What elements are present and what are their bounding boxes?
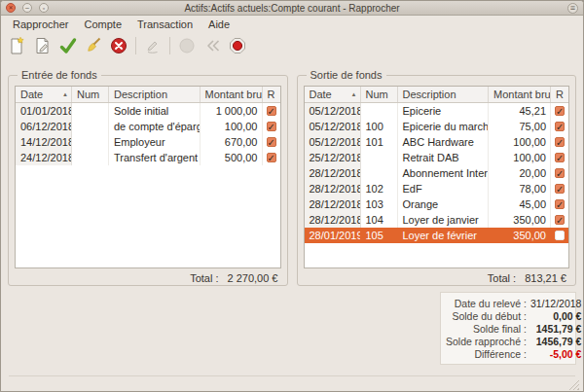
table-row[interactable]: 28/12/2018Abonnement Internet20,00: [305, 165, 569, 181]
column-header-date[interactable]: Date: [305, 87, 361, 102]
reconcile-window: Actifs:Actifs actuels:Compte courant - R…: [0, 0, 584, 392]
date-cell: 05/12/2018: [305, 103, 361, 119]
amount-cell: 78,00: [489, 181, 551, 196]
table-row[interactable]: 01/01/2018Solde initial1 000,00: [16, 103, 280, 119]
titlebar: Actifs:Actifs actuels:Compte courant - R…: [1, 1, 583, 16]
back-arrows-icon: [202, 36, 222, 55]
column-header-montant-brut[interactable]: Montant brut: [201, 87, 263, 102]
reconciled-checkbox[interactable]: [555, 231, 565, 240]
reconcile-selection-button[interactable]: [55, 34, 81, 57]
table-row[interactable]: 05/12/2018Epicerie45,21: [305, 103, 569, 119]
table-row[interactable]: 14/12/2018Employeur670,00: [16, 134, 280, 150]
funds-in-panel: Entrée de fonds DateNumDescriptionMontan…: [8, 75, 288, 286]
reconciled-checkbox[interactable]: [555, 106, 565, 116]
funds-in-title: Entrée de fonds: [18, 69, 101, 81]
bottom-separator: [9, 375, 575, 376]
menu-compte[interactable]: Compte: [76, 18, 129, 31]
num-cell: [361, 150, 398, 165]
date-cell: 28/12/2018: [305, 212, 361, 228]
num-cell: 103: [361, 196, 398, 212]
amount-cell: 75,00: [489, 119, 551, 134]
toolbar-separator: [135, 37, 136, 54]
amount-cell: 350,00: [489, 212, 551, 228]
num-cell: 105: [361, 228, 398, 243]
reconciled-checkbox[interactable]: [555, 122, 565, 131]
num-cell: [72, 119, 109, 134]
column-header-r[interactable]: R: [263, 87, 280, 102]
sort-ascending-icon: [351, 87, 357, 102]
date-cell: 05/12/2018: [305, 119, 361, 134]
date-cell: 28/12/2018: [305, 165, 361, 181]
amount-cell: 100,00: [489, 150, 551, 165]
difference-value: -5,00 €: [527, 348, 582, 360]
reconciled-checkbox[interactable]: [267, 122, 276, 131]
column-header-date[interactable]: Date: [16, 87, 72, 102]
reconciled-checkbox[interactable]: [267, 106, 276, 116]
edit-transaction-button[interactable]: [30, 34, 55, 57]
table-row[interactable]: 24/12/2018Transfert d'argent500,00: [16, 150, 280, 165]
reconciled-checkbox[interactable]: [555, 137, 565, 147]
amount-cell: 20,00: [489, 165, 551, 181]
delete-transaction-button[interactable]: [106, 34, 131, 57]
table-row[interactable]: 28/12/2018103Orange45,00: [305, 196, 569, 212]
column-header-description[interactable]: Description: [398, 87, 490, 102]
window-menu-icon[interactable]: [567, 3, 578, 14]
delete-icon: [109, 36, 128, 55]
balance-button[interactable]: [81, 34, 106, 57]
num-cell: 104: [361, 212, 398, 228]
description-cell: EdF: [398, 181, 490, 196]
table-row[interactable]: 28/12/2018102EdF78,00: [305, 181, 569, 196]
reconciled-checkbox[interactable]: [555, 215, 565, 225]
table-row[interactable]: 28/12/2018104Loyer de janvier350,00: [305, 212, 569, 228]
column-header-description[interactable]: Description: [109, 87, 201, 102]
reconciled-checkbox[interactable]: [555, 184, 565, 194]
reconcile-cell: [551, 181, 568, 196]
description-cell: Employeur: [109, 134, 201, 150]
reconciled-checkbox[interactable]: [267, 137, 276, 147]
reconcile-cell: [263, 103, 280, 119]
menu-transaction[interactable]: Transaction: [129, 18, 201, 31]
date-cell: 14/12/2018: [16, 134, 72, 150]
open-account-button: [140, 34, 165, 57]
table-row[interactable]: 25/12/2018Retrait DAB100,00: [305, 150, 569, 165]
reconciled-checkbox[interactable]: [555, 199, 565, 209]
column-header-num[interactable]: Num: [72, 87, 109, 102]
column-header-r[interactable]: R: [551, 87, 568, 102]
column-header-montant-brut[interactable]: Montant brut: [489, 87, 551, 102]
funds-out-total: Total :813,21 €: [304, 272, 570, 284]
num-cell: [72, 103, 109, 119]
table-row[interactable]: 05/12/2018101ABC Hardware100,00: [305, 134, 569, 150]
statement-date-label: Date du relevé :: [446, 298, 527, 309]
table-row[interactable]: 28/01/2019105Loyer de février350,00: [305, 228, 569, 243]
table-row[interactable]: 05/12/2018100Epicerie du marché75,00: [305, 119, 569, 134]
description-cell: Solde initial: [109, 103, 201, 119]
column-header-num[interactable]: Num: [361, 87, 398, 102]
reconciled-checkbox[interactable]: [267, 153, 276, 162]
num-cell: [361, 165, 398, 181]
description-cell: Retrait DAB: [398, 150, 490, 165]
open-edit-icon: [143, 36, 163, 55]
reconciled-checkbox[interactable]: [555, 153, 565, 162]
resize-grip[interactable]: [568, 379, 579, 390]
num-cell: 100: [361, 119, 398, 134]
summary-panel: Date du relevé : 31/12/2018 Solde du déb…: [440, 292, 576, 365]
funds-out-title: Sortie de fonds: [307, 69, 386, 81]
reconcile-cell: [551, 212, 568, 228]
finish-button: [174, 34, 200, 57]
reconcile-cell: [551, 103, 568, 119]
green-check-icon: [58, 36, 78, 55]
description-cell: de compte d'épargne …: [109, 119, 201, 134]
amount-cell: 45,21: [489, 103, 551, 119]
menu-aide[interactable]: Aide: [201, 18, 237, 31]
reconciled-checkbox[interactable]: [555, 168, 565, 178]
description-cell: Transfert d'argent: [109, 150, 201, 165]
cancel-button[interactable]: [225, 34, 250, 57]
menu-rapprocher[interactable]: Rapprocher: [5, 18, 76, 31]
table-row[interactable]: 06/12/2018de compte d'épargne …100,00: [16, 119, 280, 134]
new-transaction-button[interactable]: [5, 34, 30, 57]
description-cell: Abonnement Internet: [398, 165, 490, 181]
toolbar: [1, 32, 583, 59]
starting-balance-value: 0,00 €: [527, 310, 582, 322]
date-cell: 28/12/2018: [305, 196, 361, 212]
description-cell: Epicerie: [398, 103, 490, 119]
